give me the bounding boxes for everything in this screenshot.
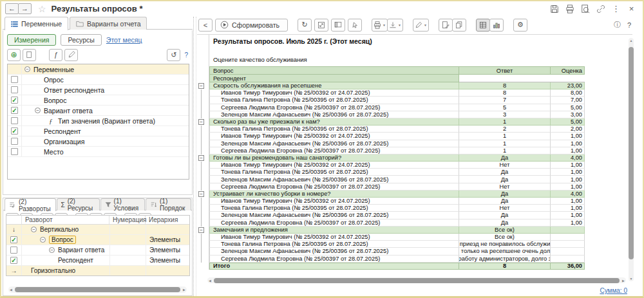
group-collapse-icon[interactable]: − (198, 155, 204, 161)
checkbox-checked-icon[interactable]: ✓ (11, 107, 18, 114)
report-row[interactable] (197, 46, 632, 55)
print-report-button[interactable]: ▼ (372, 19, 388, 32)
report-row[interactable]: Итого836,00 (197, 263, 632, 270)
group-collapse-icon[interactable]: − (198, 119, 204, 125)
help-icon[interactable]: ? (184, 51, 188, 59)
print-dropdown-icon[interactable]: ▼ (383, 23, 386, 27)
report-scroll-left-icon[interactable]: ◀ (207, 279, 213, 283)
panels-button[interactable] (331, 19, 345, 32)
report-row[interactable]: Тонева Галина Петровна (№ 25/00395 от 28… (197, 97, 632, 104)
grid-row[interactable]: −Вариант ответаЭлементы (6, 245, 189, 256)
tree-row[interactable]: ✓−Вариант ответа (8, 106, 189, 116)
forward-button[interactable]: → (18, 3, 32, 14)
checkbox-unchecked-icon[interactable] (11, 138, 18, 145)
report-row[interactable]: Иванов Тимур Тимурович (№ 25/00392 от 24… (197, 198, 632, 205)
copy-document-button[interactable] (452, 19, 466, 32)
collapse-icon[interactable]: − (24, 66, 30, 72)
grid-cell-numbering[interactable] (109, 245, 146, 255)
report-row[interactable]: Респондент (197, 75, 632, 82)
checkbox-unchecked-icon[interactable] (11, 86, 18, 93)
collapse-icon[interactable]: − (49, 247, 55, 253)
generate-button[interactable]: Сформировать (215, 19, 288, 32)
report-hscrollbar[interactable]: ◀ ▶ (207, 277, 626, 283)
group-collapse-icon[interactable]: − (198, 83, 204, 89)
checkbox-unchecked-icon[interactable] (11, 148, 18, 155)
grid-cell-pivot[interactable]: Респондент (22, 256, 109, 265)
dimensions-button[interactable]: Измерения (7, 34, 56, 46)
tree-row[interactable]: −Переменные (8, 64, 189, 75)
grid-row[interactable]: ✓−ВопросЭлементы (6, 235, 189, 245)
cursor-button[interactable] (348, 19, 362, 32)
more-menu-icon[interactable]: ⋮ (611, 4, 621, 14)
grid-cell-pivot[interactable]: Горизонтально (22, 266, 109, 275)
scroll-thumb[interactable] (15, 287, 180, 292)
report-row[interactable]: Зеленцов Максим Афанасьевич (№ 25/00396 … (197, 176, 632, 183)
report-row[interactable]: Иванов Тимур Тимурович (№ 25/00392 от 24… (197, 133, 632, 140)
draw-button[interactable]: ▼ (413, 19, 429, 32)
tree-row[interactable]: Ответ респондента (8, 85, 189, 95)
group-collapse-icon[interactable]: − (198, 227, 204, 233)
sum-link[interactable]: Сумма: 0 (600, 287, 627, 294)
report-row[interactable]: Иванов Тимур Тимурович (№ 25/00392 от 24… (197, 234, 632, 241)
grid-cell-numbering[interactable] (109, 266, 146, 275)
tree-row[interactable]: Место (8, 147, 189, 157)
scroll-right-icon[interactable]: ▶ (182, 288, 187, 292)
tree-checkbox[interactable]: ✓ (8, 126, 22, 136)
grid-row[interactable]: ✓РеспондентЭлементы (6, 256, 189, 266)
save-icon[interactable] (549, 4, 559, 14)
vscroll-up-icon[interactable]: ▲ (629, 39, 634, 42)
report-row[interactable]: Зеленцов Максим Афанасьевич (№ 25/00396 … (197, 212, 632, 219)
report-row[interactable]: −Сколько раз вы уже приезжали к нам?15,0… (197, 118, 632, 126)
collapse-icon[interactable]: − (35, 107, 41, 113)
report-row[interactable]: Результаты опросов. Июль 2025 г. (Этот м… (197, 35, 632, 46)
report-row[interactable]: −Скорость обслуживания на ресепшене823,0… (197, 82, 632, 89)
print-icon[interactable] (565, 4, 574, 14)
checkbox-checked-icon[interactable]: ✓ (11, 127, 18, 135)
report-row[interactable]: Тонева Галина Петровна (№ 25/00395 от 28… (197, 205, 632, 212)
edit-document-button[interactable] (439, 19, 453, 32)
grid-cell-hierarchy[interactable]: Элементы (146, 245, 189, 255)
report-row[interactable]: Тонева Галина Петровна (№ 25/00395 от 28… (197, 126, 632, 133)
favorite-star-icon[interactable]: ☆ (38, 4, 46, 14)
report-row[interactable]: Иванов Тимур Тимурович (№ 25/00392 от 24… (197, 162, 632, 169)
preview-icon[interactable] (580, 4, 590, 14)
period-link[interactable]: Этот месяц (106, 36, 142, 44)
checkbox-checked-icon[interactable]: ✓ (6, 256, 22, 265)
report-row[interactable]: Сергеева Людмила Егоровна (№ 25/00397 от… (197, 219, 632, 227)
grid-cell-hierarchy[interactable]: Элементы (146, 235, 189, 245)
link-icon[interactable] (596, 4, 605, 14)
tab-variables[interactable]: Переменные (5, 17, 68, 30)
settings-gear-button[interactable]: ⚙ (513, 19, 527, 32)
checkbox-unchecked-icon[interactable] (6, 245, 22, 255)
right-arrow-icon[interactable]: → (6, 266, 22, 275)
scroll-left-icon[interactable]: ◀ (8, 288, 14, 292)
report-row[interactable]: −Готовы ли вы рекомендовать наш санатори… (197, 154, 632, 162)
save-report-button[interactable]: ▼ (387, 19, 403, 32)
report-row[interactable]: −Устраивает ли качество уборки в номере?… (197, 191, 632, 198)
tab-order[interactable]: (1) Порядок (146, 198, 191, 210)
report-row[interactable]: Зеленцов Максим Афанасьевич (№ 25/00396 … (197, 248, 632, 255)
report-scroll-thumb[interactable] (214, 278, 620, 283)
reset-button[interactable]: ↺ (167, 49, 180, 61)
group-collapse-icon[interactable]: − (198, 191, 204, 197)
grid-cell-hierarchy[interactable] (146, 266, 189, 275)
report-row[interactable]: −Замечания и предложенияВсе ок) (197, 227, 632, 234)
copy-button[interactable] (23, 49, 36, 61)
tree-row[interactable]: Организация (8, 136, 189, 147)
grid-cell-numbering[interactable] (109, 256, 146, 265)
collapse-panel-button[interactable]: < (198, 19, 213, 32)
report-row[interactable]: Сергеева Людмила Егоровна (№ 25/00397 от… (197, 256, 632, 263)
grid-cell-hierarchy[interactable]: Элементы (146, 256, 189, 265)
tab-report-variants[interactable]: Варианты отчета (70, 17, 147, 30)
info-icon[interactable]: ⓘ (614, 20, 621, 30)
structure-hscrollbar[interactable]: ◀ ▶ (8, 286, 187, 293)
collapse-icon[interactable]: − (31, 227, 37, 232)
save-dropdown-icon[interactable]: ▼ (398, 23, 401, 27)
report-spreadsheet[interactable]: Результаты опросов. Июль 2025 г. (Этот м… (197, 34, 632, 280)
report-row[interactable]: Тонева Галина Петровна (№ 25/00395 от 28… (197, 169, 632, 176)
refresh-button[interactable]: ↻ (298, 19, 312, 32)
grid-cell-pivot[interactable]: −Вопрос (22, 235, 109, 245)
vscroll-thumb[interactable] (629, 47, 634, 259)
checkbox-unchecked-icon[interactable] (11, 76, 18, 83)
report-row[interactable]: Оцените качество обслуживания (197, 55, 632, 66)
